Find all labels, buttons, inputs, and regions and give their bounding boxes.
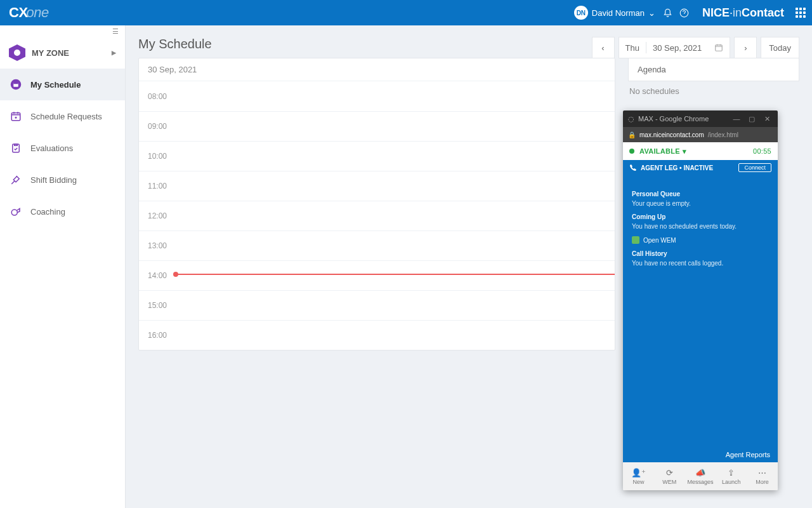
sidebar-item-label: My Schedule	[30, 80, 81, 90]
user-name: David Norman	[592, 8, 645, 18]
sidebar-item-label: Evaluations	[30, 144, 73, 153]
sidebar-item-my-schedule[interactable]: My Schedule	[0, 69, 125, 100]
gavel-icon	[9, 173, 23, 187]
max-url-bar[interactable]: 🔒 max.niceincontact.com/index.html	[623, 127, 778, 142]
sidebar-item-coaching[interactable]: Coaching	[0, 196, 125, 227]
sidebar-item-shift-bidding[interactable]: Shift Bidding	[0, 164, 125, 196]
brand-nice: NICE	[702, 6, 730, 19]
calendar-small-icon	[632, 236, 639, 244]
sidebar-zone-header[interactable]: MY ZONE ▶	[0, 37, 125, 69]
date-display[interactable]: Thu 30 Sep, 2021	[619, 37, 731, 58]
hour-label: 12:00	[148, 211, 167, 220]
svg-rect-3	[13, 83, 18, 84]
max-btn-new[interactable]: 👤⁺New	[623, 462, 654, 490]
coming-up-header: Coming Up	[632, 213, 769, 220]
window-maximize-icon[interactable]: ▢	[746, 115, 757, 123]
max-bottom-bar: 👤⁺New ⟳WEM 📣Messages ⇪Launch ⋯More	[623, 462, 778, 490]
logo-text-one: one	[27, 4, 49, 20]
apps-grid-icon[interactable]	[796, 8, 806, 18]
megaphone-icon: 📣	[695, 468, 705, 478]
open-wem-link[interactable]: Open WEM	[632, 236, 769, 244]
clipboard-check-icon	[9, 141, 23, 155]
agent-status[interactable]: AVAILABLE ▾ 00:55	[623, 142, 778, 160]
now-line	[174, 274, 615, 275]
sidebar: ☰ MY ZONE ▶ My Schedule Schedule Request…	[0, 25, 126, 508]
brand-contact: Contact	[742, 6, 784, 19]
more-icon: ⋯	[758, 468, 766, 478]
max-btn-label: Messages	[687, 479, 713, 485]
connect-button[interactable]: Connect	[738, 163, 771, 172]
calendar-picker-icon[interactable]	[708, 43, 730, 52]
hour-row[interactable]: 11:00	[139, 171, 615, 201]
sidebar-item-evaluations[interactable]: Evaluations	[0, 132, 125, 164]
call-history-text: You have no recent calls logged.	[632, 260, 769, 267]
user-menu[interactable]: DN David Norman ⌄	[574, 6, 655, 20]
brand-in: in	[733, 6, 742, 19]
open-wem-label: Open WEM	[643, 237, 676, 244]
hour-row[interactable]: 09:00	[139, 111, 615, 141]
hour-row[interactable]: 15:00	[139, 290, 615, 320]
max-titlebar[interactable]: ◌ MAX - Google Chrome — ▢ ✕	[623, 110, 778, 127]
window-minimize-icon[interactable]: —	[731, 115, 742, 123]
hour-row[interactable]: 13:00	[139, 231, 615, 260]
hour-label: 13:00	[148, 241, 167, 250]
zone-label: MY ZONE	[32, 48, 69, 58]
globe-icon: ◌	[628, 115, 634, 123]
phone-icon	[629, 164, 637, 171]
coming-up-text: You have no scheduled events today.	[632, 223, 769, 230]
help-icon[interactable]	[679, 8, 696, 18]
chevron-down-icon: ⌄	[648, 8, 655, 18]
status-dot-icon	[629, 149, 634, 154]
hour-row[interactable]: 16:00	[139, 320, 615, 350]
hour-label: 16:00	[148, 331, 167, 340]
sidebar-item-label: Schedule Requests	[30, 112, 102, 121]
hour-row[interactable]: 14:00	[139, 260, 615, 290]
max-btn-wem[interactable]: ⟳WEM	[654, 462, 685, 490]
collapse-sidebar-icon[interactable]: ☰	[0, 25, 125, 37]
sidebar-item-schedule-requests[interactable]: Schedule Requests	[0, 100, 125, 132]
zone-hex-icon	[9, 44, 25, 61]
hour-label: 11:00	[148, 182, 167, 190]
lock-icon: 🔒	[628, 131, 636, 138]
url-path: /index.html	[708, 131, 738, 138]
max-btn-messages[interactable]: 📣Messages	[685, 462, 716, 490]
calendar-date-header: 30 Sep, 2021	[139, 58, 615, 81]
today-button[interactable]: Today	[761, 37, 799, 58]
max-window-title: MAX - Google Chrome	[638, 115, 727, 123]
brand-right: NICE·inContact	[702, 6, 784, 20]
max-btn-launch[interactable]: ⇪Launch	[716, 462, 747, 490]
product-logo[interactable]: CXone	[9, 4, 49, 21]
hour-label: 09:00	[148, 122, 167, 131]
next-day-button[interactable]: ›	[734, 37, 757, 58]
personal-queue-header: Personal Queue	[632, 190, 769, 197]
agent-leg-text: AGENT LEG • INACTIVE	[641, 164, 713, 171]
hour-row[interactable]: 08:00	[139, 81, 615, 111]
date-navigator: ‹ Thu 30 Sep, 2021 › Today	[592, 37, 799, 58]
hour-label: 10:00	[148, 152, 167, 161]
hour-label: 14:00	[148, 271, 167, 280]
svg-point-6	[11, 210, 17, 215]
agent-reports-link[interactable]: Agent Reports	[623, 451, 778, 462]
call-history-header: Call History	[632, 250, 769, 257]
agenda-header: Agenda	[628, 58, 799, 81]
max-btn-more[interactable]: ⋯More	[747, 462, 778, 490]
date-dow: Thu	[619, 43, 646, 53]
max-btn-label: Launch	[722, 479, 741, 485]
status-timer: 00:55	[753, 147, 771, 155]
bell-icon[interactable]	[663, 8, 679, 18]
hour-row[interactable]: 10:00	[139, 141, 615, 171]
max-btn-label: WEM	[662, 479, 676, 485]
hour-row[interactable]: 12:00	[139, 201, 615, 231]
user-avatar: DN	[574, 6, 588, 20]
calendar-icon	[9, 77, 23, 91]
plus-user-icon: 👤⁺	[631, 468, 646, 478]
svg-rect-7	[716, 45, 723, 51]
status-chevron-icon: ▾	[683, 147, 686, 156]
logo-text-cx: CX	[9, 4, 28, 20]
whistle-icon	[9, 204, 23, 218]
window-close-icon[interactable]: ✕	[761, 115, 773, 123]
wem-icon: ⟳	[666, 468, 673, 478]
hour-label: 15:00	[148, 301, 167, 310]
prev-day-button[interactable]: ‹	[592, 37, 615, 58]
launch-icon: ⇪	[728, 468, 735, 478]
